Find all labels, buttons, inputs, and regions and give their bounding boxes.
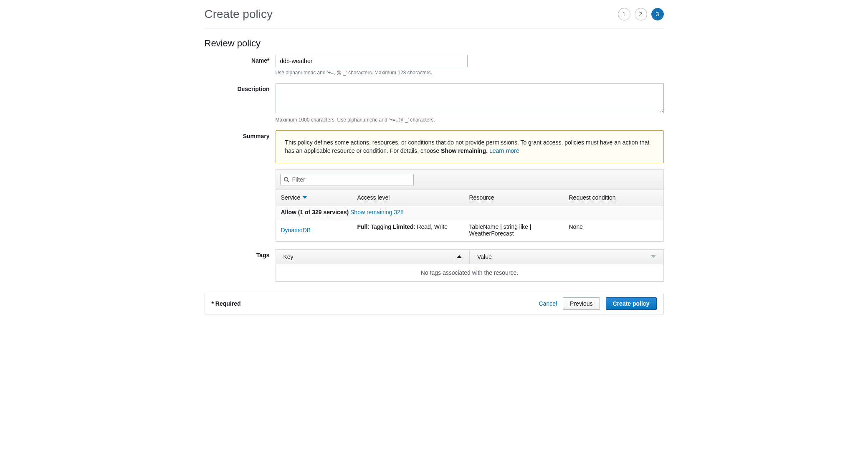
create-policy-button[interactable]: Create policy bbox=[606, 297, 657, 310]
col-request-condition[interactable]: Request condition bbox=[564, 190, 663, 205]
tags-empty-message: No tags associated with the resource. bbox=[276, 264, 663, 281]
cell-resource: TableName | string like | WeatherForecas… bbox=[464, 219, 564, 241]
description-textarea[interactable] bbox=[276, 83, 664, 113]
filter-bar bbox=[276, 170, 663, 190]
col-service-label: Service bbox=[281, 194, 301, 201]
svg-line-1 bbox=[287, 180, 289, 182]
tags-key-label: Key bbox=[283, 253, 294, 260]
row-description: Description Maximum 1000 characters. Use… bbox=[205, 83, 664, 123]
summary-info-box: This policy defines some actions, resour… bbox=[276, 130, 664, 163]
previous-button[interactable]: Previous bbox=[563, 297, 600, 310]
step-1[interactable]: 1 bbox=[618, 8, 630, 20]
description-label: Description bbox=[205, 83, 276, 92]
svg-point-0 bbox=[284, 177, 288, 181]
page-title: Create policy bbox=[205, 8, 273, 21]
name-label: Name* bbox=[205, 55, 276, 64]
info-show-remaining: Show remaining. bbox=[441, 147, 488, 154]
name-hint: Use alphanumeric and '+=,.@-_' character… bbox=[276, 70, 664, 76]
step-3[interactable]: 3 bbox=[651, 8, 664, 20]
tags-col-key[interactable]: Key bbox=[276, 250, 470, 264]
col-access-level[interactable]: Access level bbox=[352, 190, 464, 205]
row-name: Name* Use alphanumeric and '+=,.@-_' cha… bbox=[205, 55, 664, 76]
tags-col-value[interactable]: Value bbox=[469, 250, 663, 264]
row-summary: Summary This policy defines some actions… bbox=[205, 130, 664, 242]
allow-label: Allow (1 of 329 services) bbox=[281, 209, 349, 215]
tags-table: Key Value No tags associated with the re… bbox=[276, 249, 664, 282]
required-note: * Required bbox=[212, 300, 241, 307]
table-head: Service Access level Resource Request co… bbox=[276, 190, 663, 205]
allow-summary-row: Allow (1 of 329 services) Show remaining… bbox=[276, 205, 663, 219]
tags-head: Key Value bbox=[276, 250, 663, 264]
show-remaining-link[interactable]: Show remaining 328 bbox=[350, 209, 404, 215]
sort-icon bbox=[651, 255, 656, 258]
section-title: Review policy bbox=[205, 29, 664, 55]
filter-input[interactable] bbox=[280, 174, 414, 185]
step-2[interactable]: 2 bbox=[635, 8, 647, 20]
cell-service: DynamoDB bbox=[276, 219, 352, 241]
row-tags: Tags Key Value No tags associated with t… bbox=[205, 249, 664, 282]
table-row: DynamoDB Full: Tagging Limited: Read, Wr… bbox=[276, 219, 663, 241]
cell-access-level: Full: Tagging Limited: Read, Write bbox=[352, 219, 464, 241]
cell-condition: None bbox=[564, 219, 663, 241]
footer-actions: Cancel Previous Create policy bbox=[539, 297, 657, 310]
page-header: Create policy 1 2 3 bbox=[205, 0, 664, 29]
sort-asc-icon bbox=[457, 255, 462, 258]
tags-label: Tags bbox=[205, 249, 276, 258]
caret-down-icon bbox=[303, 196, 307, 199]
name-input[interactable] bbox=[276, 55, 468, 67]
col-service[interactable]: Service bbox=[276, 190, 352, 205]
summary-label: Summary bbox=[205, 130, 276, 139]
service-link[interactable]: DynamoDB bbox=[281, 227, 311, 233]
learn-more-link[interactable]: Learn more bbox=[489, 147, 519, 154]
description-hint: Maximum 1000 characters. Use alphanumeri… bbox=[276, 117, 664, 123]
search-icon bbox=[283, 177, 289, 182]
footer-bar: * Required Cancel Previous Create policy bbox=[205, 293, 664, 314]
tags-value-label: Value bbox=[477, 253, 492, 260]
wizard-steps: 1 2 3 bbox=[618, 8, 664, 20]
col-resource[interactable]: Resource bbox=[464, 190, 564, 205]
cancel-link[interactable]: Cancel bbox=[539, 300, 557, 307]
summary-table: Service Access level Resource Request co… bbox=[276, 169, 664, 242]
